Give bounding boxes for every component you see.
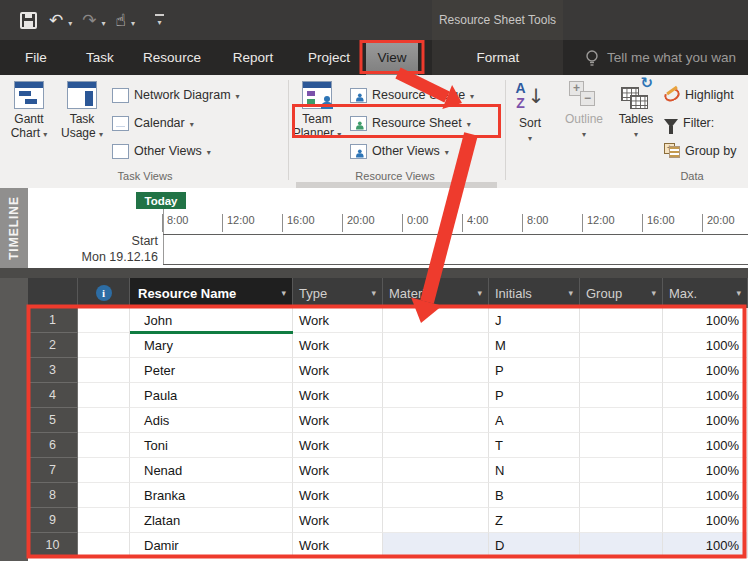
type-cell[interactable]: Work [293, 433, 383, 458]
team-planner-button[interactable]: Team Planner ▾ [292, 81, 342, 141]
type-cell[interactable]: Work [293, 483, 383, 508]
sort-button[interactable]: AZ↓ Sort ▾ [508, 81, 552, 145]
indicator-cell[interactable] [78, 308, 130, 333]
gantt-chart-button[interactable]: Gantt Chart ▾ [4, 81, 54, 141]
other-views-resource-button[interactable]: Other Views ▾ [350, 140, 449, 162]
group-cell[interactable] [580, 383, 663, 408]
indicator-cell[interactable] [78, 358, 130, 383]
initials-cell[interactable]: J [489, 308, 580, 333]
row-number-cell[interactable]: 5 [28, 408, 78, 433]
indicator-cell[interactable] [78, 383, 130, 408]
max-units-cell[interactable]: 100% [663, 383, 748, 408]
row-number-cell[interactable]: 7 [28, 458, 78, 483]
material-cell[interactable] [383, 333, 489, 358]
network-diagram-button[interactable]: Network Diagram ▾ [112, 84, 240, 106]
touch-mode-dropdown-icon[interactable]: ▾ [131, 19, 135, 28]
group-cell[interactable] [580, 408, 663, 433]
tab-file[interactable]: File [14, 40, 58, 75]
resource-name-cell[interactable]: Branka [130, 483, 293, 508]
material-cell[interactable] [383, 383, 489, 408]
resource-name-cell[interactable]: Peter [130, 358, 293, 383]
row-number-cell[interactable]: 8 [28, 483, 78, 508]
group-cell[interactable] [580, 483, 663, 508]
highlight-button[interactable]: Highlight [664, 84, 748, 106]
column-header-resource-name[interactable]: Resource Name▾ [130, 278, 293, 308]
row-number-cell[interactable]: 2 [28, 333, 78, 358]
column-dropdown-icon[interactable]: ▾ [371, 288, 376, 298]
row-number-cell[interactable]: 4 [28, 383, 78, 408]
material-cell[interactable] [383, 308, 489, 333]
material-cell[interactable] [383, 458, 489, 483]
tab-report[interactable]: Report [222, 40, 284, 75]
material-cell[interactable] [383, 358, 489, 383]
type-cell[interactable]: Work [293, 358, 383, 383]
indicator-cell[interactable] [78, 533, 130, 558]
tell-me-box[interactable]: Tell me what you wan [585, 40, 748, 75]
customize-qat-icon[interactable]: ▾ [155, 14, 164, 27]
resource-usage-button[interactable]: Resource Usage ▾ [350, 84, 474, 106]
column-dropdown-icon[interactable]: ▾ [651, 288, 656, 298]
material-cell[interactable] [383, 433, 489, 458]
initials-cell[interactable]: T [489, 433, 580, 458]
undo-icon[interactable]: ↶ [49, 12, 63, 29]
material-cell[interactable] [383, 483, 489, 508]
initials-cell[interactable]: A [489, 408, 580, 433]
type-cell[interactable]: Work [293, 533, 383, 558]
resource-name-cell[interactable]: Damir [130, 533, 293, 558]
max-units-cell[interactable]: 100% [663, 358, 748, 383]
group-cell[interactable] [580, 358, 663, 383]
type-cell[interactable]: Work [293, 333, 383, 358]
group-cell[interactable] [580, 433, 663, 458]
column-dropdown-icon[interactable]: ▾ [736, 288, 741, 298]
resource-name-cell[interactable]: Nenad [130, 458, 293, 483]
redo-dropdown-icon[interactable]: ▾ [102, 19, 106, 28]
material-cell[interactable] [383, 408, 489, 433]
task-usage-button[interactable]: Task Usage ▾ [57, 81, 107, 141]
initials-cell[interactable]: N [489, 458, 580, 483]
type-cell[interactable]: Work [293, 308, 383, 333]
column-header-material[interactable]: Material▾ [383, 278, 489, 308]
column-header-type[interactable]: Type▾ [293, 278, 383, 308]
row-number-cell[interactable]: 9 [28, 508, 78, 533]
column-dropdown-icon[interactable]: ▾ [477, 288, 482, 298]
touch-mode-icon[interactable]: ☝ [116, 12, 126, 29]
tables-button[interactable]: ↻ Tables ▾ [612, 81, 660, 141]
tab-task[interactable]: Task [78, 40, 122, 75]
group-cell[interactable] [580, 508, 663, 533]
max-units-cell[interactable]: 100% [663, 483, 748, 508]
column-dropdown-icon[interactable]: ▾ [568, 288, 573, 298]
max-units-cell[interactable]: 100% [663, 458, 748, 483]
max-units-cell[interactable]: 100% [663, 533, 748, 558]
initials-cell[interactable]: M [489, 333, 580, 358]
material-cell[interactable] [383, 533, 489, 558]
initials-cell[interactable]: P [489, 358, 580, 383]
tab-format[interactable]: Format [466, 40, 530, 75]
type-cell[interactable]: Work [293, 408, 383, 433]
column-header-group[interactable]: Group▾ [580, 278, 663, 308]
type-cell[interactable]: Work [293, 458, 383, 483]
timeline-pane[interactable]: TIMELINE Today 8:0012:0016:0020:000:004:… [0, 188, 748, 268]
row-number-cell[interactable]: 3 [28, 358, 78, 383]
tab-resource[interactable]: Resource [136, 40, 208, 75]
row-number-cell[interactable]: 6 [28, 433, 78, 458]
resource-sheet-button[interactable]: Resource Sheet ▾ [350, 112, 471, 134]
group-cell[interactable] [580, 333, 663, 358]
column-header-max[interactable]: Max.▾ [663, 278, 748, 308]
column-dropdown-icon[interactable]: ▾ [281, 288, 286, 298]
row-number-header[interactable] [28, 278, 78, 308]
row-number-cell[interactable]: 1 [28, 308, 78, 333]
max-units-cell[interactable]: 100% [663, 433, 748, 458]
tab-view[interactable]: View [366, 40, 418, 75]
indicator-cell[interactable] [78, 483, 130, 508]
resource-name-cell[interactable]: Adis [130, 408, 293, 433]
max-units-cell[interactable]: 100% [663, 308, 748, 333]
resource-name-cell[interactable]: Toni [130, 433, 293, 458]
calendar-button[interactable]: Calendar ▾ [112, 112, 194, 134]
resource-name-cell[interactable]: Paula [130, 383, 293, 408]
indicator-cell[interactable] [78, 508, 130, 533]
other-views-task-button[interactable]: Other Views ▾ [112, 140, 211, 162]
max-units-cell[interactable]: 100% [663, 333, 748, 358]
group-by-button[interactable]: Group by [664, 140, 748, 162]
material-cell[interactable] [383, 508, 489, 533]
indicator-cell[interactable] [78, 408, 130, 433]
